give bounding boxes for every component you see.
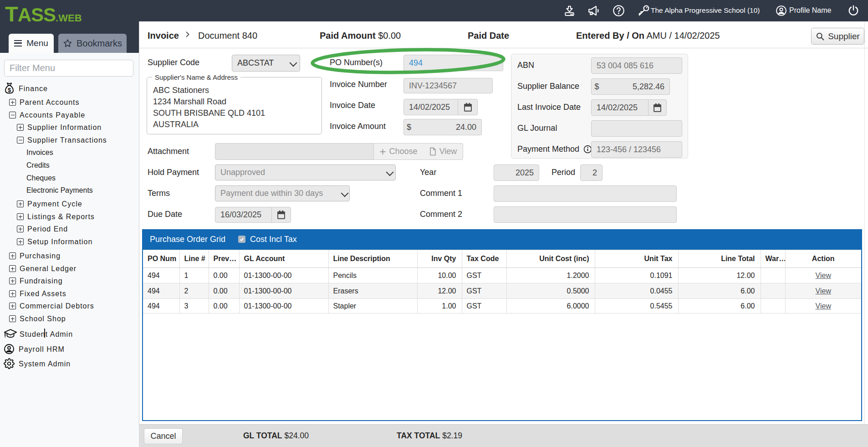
svg-text:$: $	[8, 87, 11, 93]
